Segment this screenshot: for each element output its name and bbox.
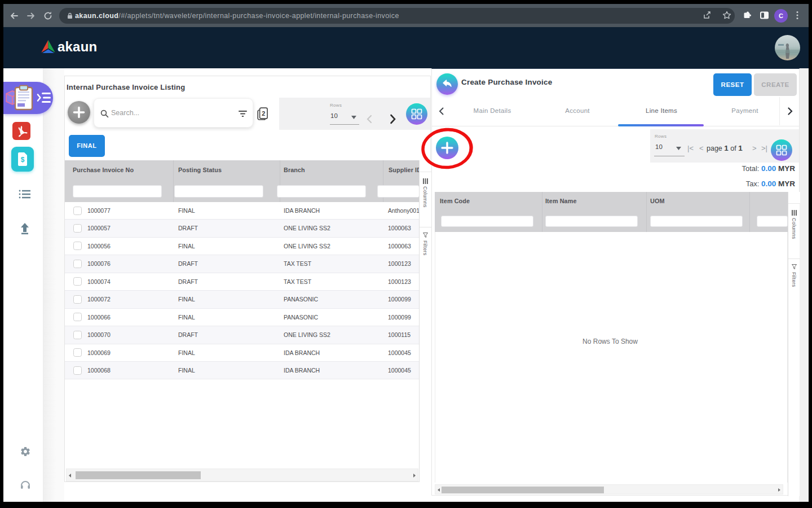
svg-text:2: 2 xyxy=(262,110,265,117)
svg-text:$: $ xyxy=(21,156,25,164)
